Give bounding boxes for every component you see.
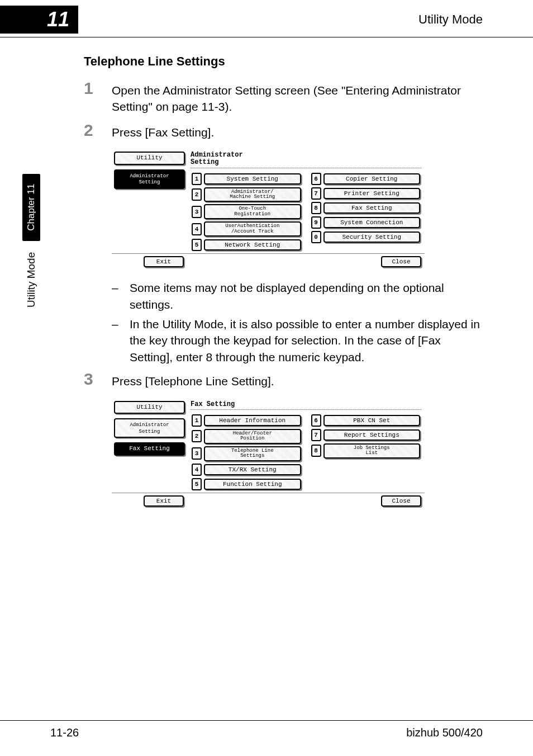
one-touch-registration-button[interactable]: One-TouchRegistration (204, 204, 301, 219)
security-setting-button[interactable]: Security Setting (323, 231, 421, 243)
model-name: bizhub 500/420 (406, 726, 483, 739)
function-setting-button[interactable]: Function Setting (204, 479, 301, 490)
header-footer-position-button[interactable]: Header/FooterPosition (204, 429, 301, 444)
step-2: 2 Press [Fax Setting]. (84, 124, 483, 140)
page-footer: 11-26 bizhub 500/420 (0, 720, 533, 739)
fax-setting-title: Fax Setting (187, 399, 425, 409)
step-2-number: 2 (84, 122, 112, 140)
step-1-number: 1 (84, 80, 112, 115)
bullet-1: – Some items may not be displayed depend… (112, 280, 483, 313)
fax-setting-screen: Utility AdministratorSetting Fax Setting… (112, 399, 425, 509)
step-2-text: Press [Fax Setting]. (112, 124, 214, 140)
chapter-number: 11 (0, 6, 78, 34)
tx-rx-setting-button[interactable]: TX/RX Setting (204, 464, 301, 475)
job-settings-list-button[interactable]: Job SettingsList (323, 443, 421, 459)
system-setting-button[interactable]: System Setting (204, 173, 301, 185)
close-button[interactable]: Close (381, 256, 421, 267)
pbx-cn-set-button[interactable]: PBX CN Set (323, 415, 421, 426)
side-chapter-label: Chapter 11 (22, 174, 40, 241)
sidebar-utility[interactable]: Utility (114, 401, 185, 414)
admin-setting-screen: Utility AdministratorSetting Administrat… (112, 149, 425, 270)
step-1: 1 Open the Administrator Setting screen … (84, 82, 483, 115)
user-authentication-button[interactable]: UserAuthentication/Account Track (204, 221, 301, 237)
bullet-2: – In the Utility Mode, it is also possib… (112, 316, 483, 365)
step-3-number: 3 (84, 371, 112, 389)
printer-setting-button[interactable]: Printer Setting (323, 188, 421, 199)
admin-setting-title: AdministratorSetting (187, 149, 425, 167)
step-3: 3 Press [Telephone Line Setting]. (84, 373, 483, 389)
telephone-line-settings-button[interactable]: Telephone LineSettings (204, 446, 301, 461)
network-setting-button[interactable]: Network Setting (204, 239, 301, 251)
fax-setting-button[interactable]: Fax Setting (323, 202, 421, 214)
step-3-text: Press [Telephone Line Setting]. (112, 373, 274, 389)
exit-button[interactable]: Exit (144, 495, 184, 507)
page-number: 11-26 (50, 726, 79, 739)
header-information-button[interactable]: Header Information (204, 415, 301, 426)
sidebar-admin-setting[interactable]: AdministratorSetting (114, 169, 185, 189)
report-settings-button[interactable]: Report Settings (323, 429, 421, 441)
sidebar-utility[interactable]: Utility (114, 152, 185, 165)
side-tab: Utility Mode Chapter 11 (22, 174, 40, 308)
admin-machine-setting-button[interactable]: Administrator/Machine Setting (204, 187, 301, 202)
side-utility-label: Utility Mode (25, 252, 37, 308)
sidebar-fax-setting[interactable]: Fax Setting (114, 442, 185, 456)
copier-setting-button[interactable]: Copier Setting (323, 173, 421, 185)
sidebar-admin-setting[interactable]: AdministratorSetting (114, 418, 185, 438)
section-title: Telephone Line Settings (84, 54, 483, 69)
step-1-text: Open the Administrator Setting screen (S… (112, 82, 483, 115)
system-connection-button[interactable]: System Connection (323, 217, 421, 228)
exit-button[interactable]: Exit (144, 256, 184, 267)
header-mode: Utility Mode (418, 12, 483, 27)
page-header: 11 Utility Mode (0, 0, 533, 37)
close-button[interactable]: Close (381, 495, 421, 507)
